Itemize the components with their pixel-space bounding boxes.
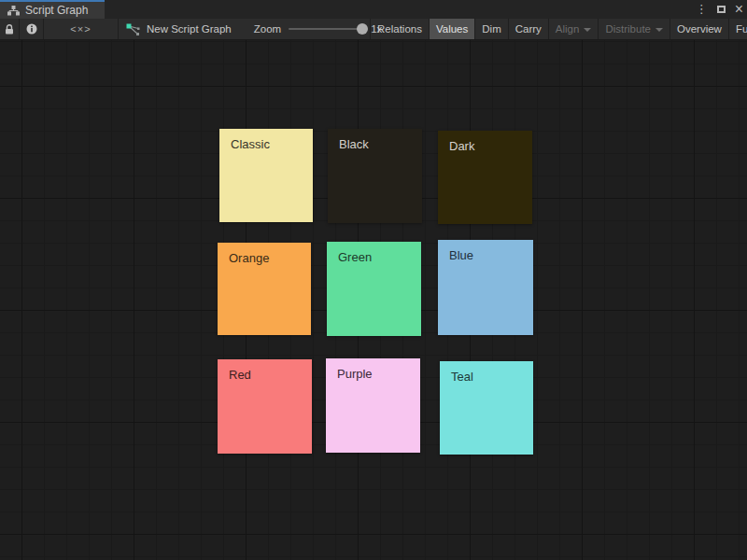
sticky-note-title: Black — [339, 137, 369, 151]
close-icon[interactable]: × — [735, 0, 743, 19]
view-toggle-group: Relations Values Dim Carry Align Distrib… — [370, 19, 747, 39]
lock-button[interactable] — [0, 19, 20, 39]
graph-hierarchy-icon — [7, 6, 20, 16]
tab-bar: Script Graph ⋮ × — [0, 0, 747, 19]
toolbar-button-align[interactable]: Align — [548, 19, 599, 39]
tab-title: Script Graph — [25, 4, 88, 17]
graph-toolbar: <×> New Script Graph Zoom 1x Relation — [0, 19, 747, 40]
script-graph-window: Script Graph ⋮ × — [0, 0, 747, 560]
toolbar-button-dim[interactable]: Dim — [474, 19, 507, 39]
graph-name-label: New Script Graph — [147, 23, 232, 35]
sticky-note-title: Red — [229, 368, 251, 382]
code-icon: <×> — [70, 23, 91, 35]
sticky-note-blue[interactable]: Blue — [438, 240, 533, 335]
sticky-note-title: Blue — [449, 248, 473, 262]
code-view-button[interactable]: <×> — [44, 19, 119, 39]
zoom-slider[interactable] — [289, 28, 363, 30]
toolbar-button-distribute[interactable]: Distribute — [598, 19, 669, 39]
toolbar-button-overview[interactable]: Overview — [669, 19, 728, 39]
maximize-icon[interactable] — [717, 6, 726, 13]
zoom-slider-handle[interactable] — [357, 23, 368, 35]
sticky-note-title: Dark — [449, 139, 474, 153]
sticky-note-dark[interactable]: Dark — [438, 131, 532, 224]
toolbar-button-full-screen[interactable]: Full Screen — [728, 19, 747, 39]
sticky-note-red[interactable]: Red — [218, 359, 312, 454]
sticky-note-purple[interactable]: Purple — [326, 358, 420, 453]
info-icon — [26, 23, 37, 35]
sticky-note-classic[interactable]: Classic — [219, 129, 313, 222]
toolbar-button-values[interactable]: Values — [429, 19, 474, 39]
graph-name-section: New Script Graph — [119, 19, 241, 39]
sticky-note-green[interactable]: Green — [327, 242, 421, 336]
script-graph-icon — [126, 23, 140, 35]
sticky-note-black[interactable]: Black — [328, 129, 422, 223]
window-menu-icon[interactable]: ⋮ — [696, 0, 708, 19]
sticky-note-title: Teal — [451, 370, 473, 384]
toolbar-button-carry[interactable]: Carry — [508, 19, 548, 39]
lock-icon — [5, 24, 14, 35]
sticky-note-title: Classic — [231, 137, 270, 151]
sticky-note-orange[interactable]: Orange — [218, 243, 311, 335]
window-controls: ⋮ × — [696, 0, 743, 19]
chevron-down-icon — [584, 28, 591, 32]
sticky-note-title: Orange — [229, 251, 269, 265]
info-button[interactable] — [20, 19, 44, 39]
zoom-label: Zoom — [254, 23, 281, 35]
chevron-down-icon — [655, 28, 663, 32]
tab-script-graph[interactable]: Script Graph — [0, 0, 105, 19]
sticky-note-teal[interactable]: Teal — [440, 361, 533, 455]
toolbar-button-relations[interactable]: Relations — [370, 19, 429, 39]
sticky-note-title: Purple — [337, 367, 373, 381]
zoom-control: Zoom 1x — [241, 19, 383, 39]
sticky-note-title: Green — [338, 250, 372, 264]
